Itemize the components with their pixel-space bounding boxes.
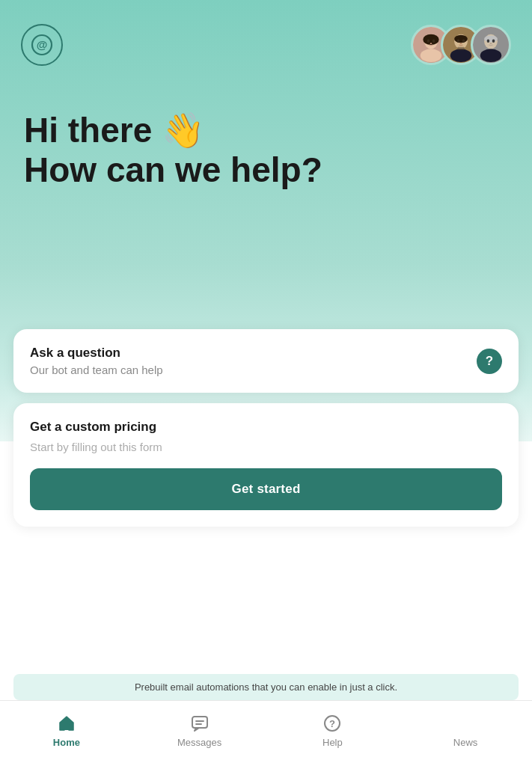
nav-item-news[interactable]: News	[399, 708, 532, 753]
svg-text:@: @	[37, 38, 48, 51]
svg-point-14	[462, 39, 465, 42]
help-icon: ?	[322, 713, 343, 734]
pricing-subtitle: Start by filling out this form	[30, 441, 502, 453]
teaser-text: Prebuilt email automations that you can …	[135, 681, 397, 693]
svg-point-15	[460, 43, 462, 44]
svg-rect-16	[458, 47, 465, 50]
ask-question-card[interactable]: Ask a question Our bot and team can help…	[13, 329, 519, 393]
news-icon	[455, 713, 476, 734]
get-started-button[interactable]: Get started	[30, 468, 502, 510]
svg-point-23	[490, 43, 492, 44]
avatar-3-illustration	[473, 25, 509, 65]
svg-point-22	[492, 39, 495, 42]
svg-point-13	[457, 39, 460, 42]
svg-point-20	[484, 36, 498, 43]
avatar-team-member-3	[471, 25, 511, 65]
home-icon	[56, 713, 77, 734]
messages-icon	[189, 713, 210, 734]
svg-point-12	[454, 35, 468, 43]
svg-point-7	[432, 39, 435, 42]
header: @	[21, 24, 511, 66]
cards-container: Ask a question Our bot and team can help…	[0, 329, 532, 537]
nav-label-help: Help	[322, 737, 343, 748]
nav-item-messages[interactable]: Messages	[133, 708, 266, 753]
nav-item-home[interactable]: Home	[0, 708, 133, 753]
svg-text:?: ?	[329, 718, 335, 729]
teaser-bar: Prebuilt email automations that you can …	[13, 674, 519, 700]
svg-point-18	[480, 49, 501, 62]
pricing-card: Get a custom pricing Start by filling ou…	[13, 403, 519, 527]
nav-item-help[interactable]: ? Help	[266, 708, 400, 753]
app-logo[interactable]: @	[21, 24, 63, 66]
logo-icon: @	[31, 34, 53, 56]
bottom-nav: Home Messages ? Help	[0, 700, 532, 766]
ask-question-title: Ask a question	[30, 346, 163, 361]
team-avatars	[411, 25, 511, 65]
svg-point-10	[450, 49, 471, 62]
svg-rect-24	[64, 724, 70, 730]
hero-greeting: Hi there 👋	[24, 111, 508, 150]
hero-subtitle: How can we help?	[24, 150, 508, 190]
hero-text: Hi there 👋 How can we help?	[21, 111, 511, 190]
nav-label-home: Home	[53, 737, 80, 748]
question-icon: ?	[477, 349, 502, 374]
nav-label-news: News	[453, 737, 478, 748]
nav-label-messages: Messages	[177, 737, 221, 748]
svg-point-21	[487, 39, 490, 42]
svg-rect-25	[192, 717, 207, 728]
svg-point-5	[421, 49, 441, 62]
svg-point-8	[430, 43, 432, 44]
svg-point-6	[427, 39, 430, 42]
ask-question-subtitle: Our bot and team can help	[30, 364, 163, 376]
pricing-title: Get a custom pricing	[30, 420, 502, 435]
ask-question-text: Ask a question Our bot and team can help	[30, 346, 163, 376]
